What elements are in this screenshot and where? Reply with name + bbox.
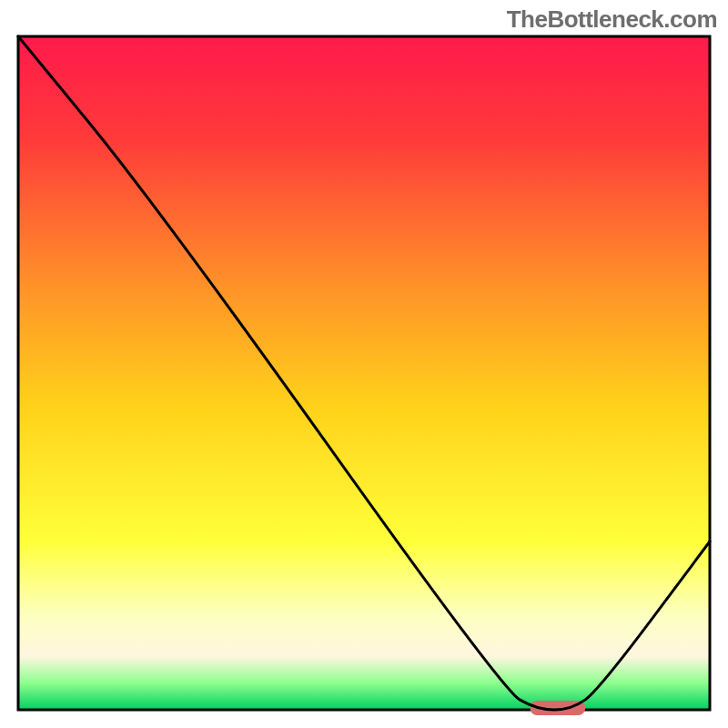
plot-background — [18, 36, 710, 710]
bottleneck-chart — [0, 0, 728, 728]
chart-container: TheBottleneck.com — [0, 0, 728, 728]
watermark-text: TheBottleneck.com — [507, 5, 717, 34]
